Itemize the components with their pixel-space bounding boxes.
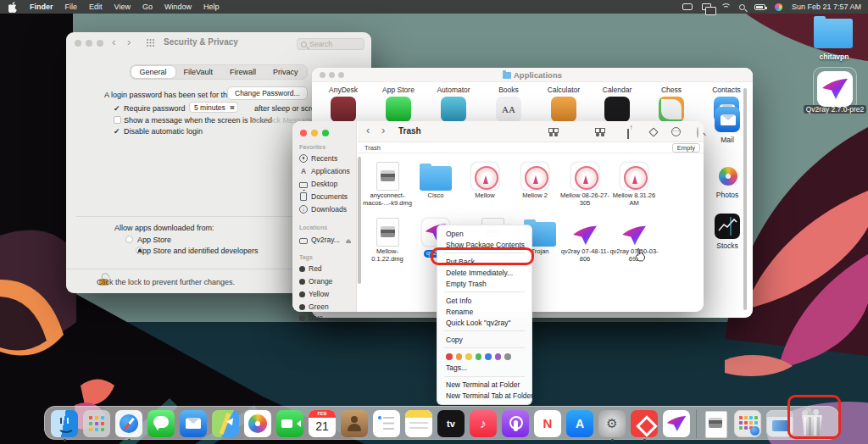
- menu-bar-clock[interactable]: Sun Feb 21 7:57 AM: [792, 3, 861, 11]
- menu-finder[interactable]: Finder: [30, 3, 53, 11]
- back-button[interactable]: ‹: [366, 126, 370, 135]
- control-center-icon[interactable]: [775, 3, 782, 11]
- sidebar-tag-orange[interactable]: Orange: [299, 277, 332, 286]
- tag-yellow[interactable]: [465, 353, 472, 360]
- dock-reminders-icon[interactable]: [373, 410, 400, 437]
- dock-news-icon[interactable]: N: [534, 410, 561, 437]
- app-label[interactable]: Books: [483, 86, 534, 94]
- sidebar-item-recents[interactable]: Recents: [299, 154, 337, 163]
- eject-icon[interactable]: [345, 236, 352, 243]
- tags-icon[interactable]: [648, 127, 658, 136]
- minimize-button[interactable]: [86, 40, 92, 47]
- spotlight-icon[interactable]: [739, 4, 745, 10]
- file-mellow-2[interactable]: Mellow 2: [510, 157, 559, 200]
- dock-anydesk-icon[interactable]: [631, 410, 658, 437]
- scrollbar[interactable]: [743, 88, 747, 310]
- app-label[interactable]: Chess: [646, 86, 697, 94]
- require-password-interval-select[interactable]: 5 minutes: [189, 102, 238, 113]
- menu-item-quick-look[interactable]: Quick Look "qv2ray": [437, 317, 531, 328]
- dock-tv-icon[interactable]: tv: [437, 410, 465, 437]
- stocks-app-icon[interactable]: [715, 214, 740, 239]
- app-label[interactable]: App Store: [373, 86, 424, 94]
- menu-window[interactable]: Window: [164, 3, 192, 11]
- dock-podcasts-icon[interactable]: [502, 410, 529, 437]
- app-label[interactable]: AnyDesk: [318, 86, 369, 94]
- screen-mirroring-icon[interactable]: [702, 3, 711, 10]
- chess-app-icon[interactable]: [659, 97, 684, 122]
- forward-button[interactable]: ›: [127, 38, 131, 47]
- sidebar-tag-red[interactable]: Red: [299, 264, 322, 273]
- tag-gray[interactable]: [504, 353, 511, 360]
- dock-app-store-icon[interactable]: A: [566, 410, 593, 437]
- sidebar-tag-yellow[interactable]: Yellow: [299, 290, 329, 298]
- menu-edit[interactable]: Edit: [89, 3, 103, 11]
- menu-go[interactable]: Go: [142, 3, 153, 11]
- more-actions-icon[interactable]: ⋯: [671, 127, 681, 136]
- close-button[interactable]: [75, 40, 81, 47]
- menu-item-delete-immediately[interactable]: Delete Immediately...: [437, 267, 531, 278]
- dock-facetime-icon[interactable]: [276, 410, 303, 437]
- tag-blue[interactable]: [485, 353, 492, 360]
- file-qv2ray-0748[interactable]: qv2ray 07-48-11-806: [560, 213, 609, 263]
- file-mellow[interactable]: Mellow: [460, 157, 509, 200]
- file-mellow-dmg[interactable]: Mellow-0.1.22.dmg: [363, 213, 412, 263]
- tag-purple[interactable]: [495, 353, 502, 360]
- tab-firewall[interactable]: Firewall: [221, 66, 264, 78]
- menu-item-new-terminal-tab[interactable]: New Terminal Tab at Folder: [437, 391, 531, 402]
- dock-safari-icon[interactable]: [115, 410, 142, 437]
- photos-app-icon[interactable]: [715, 163, 740, 188]
- search-input[interactable]: Search: [297, 38, 364, 50]
- radio-app-store[interactable]: [125, 236, 133, 243]
- empty-trash-button[interactable]: Empty: [672, 143, 700, 153]
- dock-mail-icon[interactable]: [180, 410, 207, 437]
- menu-item-tags[interactable]: Tags...: [437, 363, 531, 374]
- menu-item-get-info[interactable]: Get Info: [437, 295, 531, 306]
- dock-qv2ray-icon[interactable]: [663, 410, 690, 437]
- menu-item-open[interactable]: Open: [437, 228, 531, 239]
- dock-finder-icon[interactable]: [51, 410, 78, 437]
- tag-orange[interactable]: [456, 353, 463, 360]
- file-cisco-folder[interactable]: Cisco: [411, 157, 460, 200]
- dock-music-icon[interactable]: ♪: [470, 410, 497, 437]
- minimize-button[interactable]: [311, 130, 318, 136]
- dock-minimized-launchpad-icon[interactable]: [734, 410, 761, 437]
- app-label[interactable]: Automator: [428, 86, 479, 94]
- menu-item-rename[interactable]: Rename: [437, 306, 531, 317]
- desktop-icon-chitavpn[interactable]: [814, 19, 853, 48]
- disable-auto-login-checkbox[interactable]: ✓: [114, 127, 120, 136]
- app-label[interactable]: Calendar: [592, 86, 643, 94]
- sidebar-item-qv2ray-volume[interactable]: Qv2ray...: [299, 236, 352, 244]
- dock-calendar-icon[interactable]: FEB 21: [309, 410, 336, 437]
- input-source-icon[interactable]: [682, 3, 693, 10]
- app-label[interactable]: Calculator: [538, 86, 589, 94]
- dock-notes-icon[interactable]: [405, 410, 432, 437]
- wifi-icon[interactable]: [721, 3, 730, 11]
- menu-item-empty-trash[interactable]: Empty Trash: [437, 278, 531, 289]
- menu-help[interactable]: Help: [203, 3, 220, 11]
- show-message-checkbox[interactable]: [114, 116, 121, 124]
- sidebar-item-applications[interactable]: AApplications: [299, 167, 350, 175]
- dock-launchpad-icon[interactable]: [83, 410, 110, 437]
- calculator-app-icon[interactable]: [551, 97, 576, 122]
- zoom-button[interactable]: [322, 130, 329, 136]
- desktop-icon-qv2ray[interactable]: [817, 71, 853, 107]
- forward-button[interactable]: ›: [381, 126, 385, 135]
- battery-icon[interactable]: [754, 4, 765, 10]
- dock-dmg-file-icon[interactable]: [702, 410, 729, 437]
- font-book-app-icon[interactable]: AA: [496, 97, 521, 122]
- menu-file[interactable]: File: [65, 3, 78, 11]
- menu-item-copy[interactable]: Copy: [437, 334, 531, 345]
- dock-system-preferences-icon[interactable]: ⚙: [598, 410, 626, 437]
- automator-app-icon[interactable]: [441, 97, 466, 122]
- back-button[interactable]: ‹: [112, 38, 115, 47]
- share-icon[interactable]: [627, 129, 629, 139]
- dock-maps-icon[interactable]: [212, 410, 239, 437]
- sidebar-item-downloads[interactable]: ↓Downloads: [299, 205, 347, 214]
- apple-menu-icon[interactable]: [8, 2, 18, 13]
- tab-general[interactable]: General: [131, 66, 175, 78]
- sidebar-tag-blue[interactable]: Blue: [299, 314, 323, 322]
- dock-photos-icon[interactable]: [244, 410, 271, 437]
- file-mellow-08-26[interactable]: Mellow 08-26-27-305: [560, 157, 609, 207]
- search-icon[interactable]: [697, 127, 698, 138]
- menu-view[interactable]: View: [114, 3, 131, 11]
